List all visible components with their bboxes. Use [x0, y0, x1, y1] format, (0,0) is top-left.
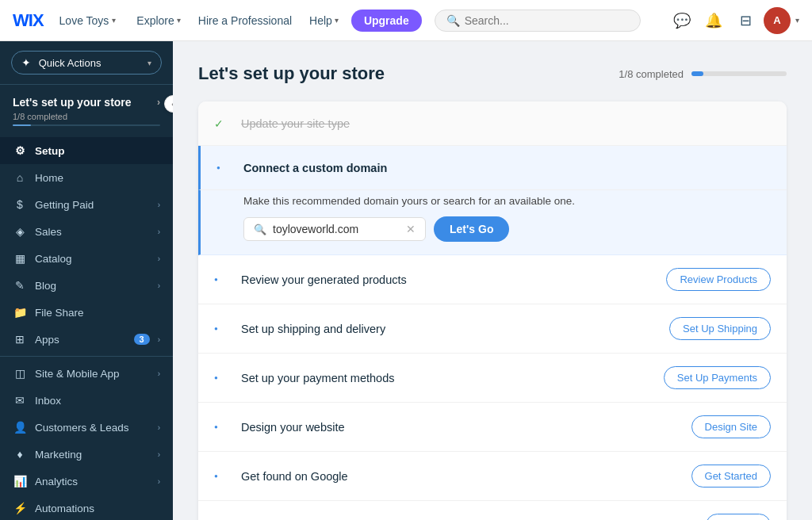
file-share-icon: 📁 [13, 306, 27, 319]
active-bullet-icon: ● [216, 164, 232, 171]
nav-links: Explore ▾ Hire a Professional Help ▾ Upg… [128, 10, 421, 32]
sidebar-item-catalog[interactable]: ▦ Catalog › [0, 245, 173, 272]
explore-chevron-icon: ▾ [177, 16, 181, 25]
quick-actions-chevron-icon: ▾ [147, 59, 151, 67]
home-icon: ⌂ [13, 171, 27, 184]
sidebar-item-label: Site & Mobile App [35, 368, 150, 380]
sidebar-item-label: Marketing [35, 449, 150, 461]
page-header: Let's set up your store 1/8 completed [198, 63, 787, 84]
sidebar-item-label: Setup [35, 145, 160, 157]
star-icon: ✦ [21, 56, 31, 69]
sidebar-item-automations[interactable]: ⚡ Automations [0, 495, 173, 520]
domain-input[interactable] [273, 223, 400, 235]
blog-icon: ✎ [13, 279, 27, 292]
inbox-icon: ✉ [13, 394, 27, 407]
checklist-item-google[interactable]: ● Get found on Google Get Started [198, 452, 787, 501]
mobile-app-lets-go-button[interactable]: Let's Go [706, 514, 771, 520]
review-products-button[interactable]: Review Products [666, 268, 771, 291]
sidebar-divider [0, 356, 173, 357]
sidebar-item-sales[interactable]: ◈ Sales › [0, 218, 173, 245]
messages-icon[interactable]: 💬 [668, 7, 695, 34]
item-label: Set up shipping and delivery [241, 323, 658, 335]
avatar-chevron-icon: ▾ [795, 16, 799, 25]
checklist-item-review-products[interactable]: ● Review your generated products Review … [198, 255, 787, 304]
help-chevron-icon: ▾ [335, 16, 339, 25]
sidebar-item-home[interactable]: ⌂ Home [0, 164, 173, 191]
sidebar-item-analytics[interactable]: 📊 Analytics › [0, 468, 173, 495]
checklist-item-payment[interactable]: ● Set up your payment methods Set Up Pay… [198, 354, 787, 403]
quick-actions-button[interactable]: ✦ Quick Actions ▾ [11, 51, 162, 75]
checklist-item-shipping[interactable]: ● Set up shipping and delivery Set Up Sh… [198, 304, 787, 354]
nav-right-actions: 💬 🔔 ⊟ A ▾ [668, 7, 799, 34]
search-input[interactable] [465, 14, 629, 27]
site-mobile-chevron-icon: › [158, 369, 160, 378]
site-mobile-icon: ◫ [13, 367, 27, 380]
sidebar-item-blog[interactable]: ✎ Blog › [0, 272, 173, 299]
upgrade-button[interactable]: Upgrade [351, 10, 422, 32]
checklist-item-custom-domain[interactable]: ● Connect a custom domain [198, 146, 787, 190]
marketing-icon: ♦ [13, 448, 27, 461]
checklist-item-design-website[interactable]: ● Design your website Design Site [198, 403, 787, 452]
dashboard-icon[interactable]: ⊟ [732, 7, 759, 34]
page-progress: 1/8 completed [619, 68, 787, 80]
design-site-button[interactable]: Design Site [691, 415, 771, 438]
progress-label: 1/8 completed [619, 68, 684, 80]
sidebar-item-apps[interactable]: ⊞ Apps 3 › [0, 326, 173, 353]
wix-logo: WIX [13, 10, 44, 31]
sidebar: ✦ Quick Actions ▾ Let's set up your stor… [0, 41, 173, 520]
sidebar-item-marketing[interactable]: ♦ Marketing › [0, 441, 173, 468]
domain-section: Make this recommended domain yours or se… [198, 190, 787, 255]
domain-input-row: 🔍 ✕ Let's Go [243, 216, 771, 242]
customers-chevron-icon: › [158, 423, 160, 432]
customers-icon: 👤 [13, 421, 27, 434]
sidebar-nav: ⚙ Setup ⌂ Home $ Getting Paid › ◈ Sales … [0, 132, 173, 520]
apps-icon: ⊞ [13, 333, 27, 346]
domain-clear-button[interactable]: ✕ [406, 223, 416, 235]
sidebar-item-getting-paid[interactable]: $ Getting Paid › [0, 191, 173, 218]
checklist-item-mobile-app[interactable]: ● Get a mobile app for your business Let… [198, 501, 787, 520]
sidebar-item-label: Analytics [35, 476, 150, 488]
hire-professional-link[interactable]: Hire a Professional [190, 10, 300, 32]
sidebar-item-site-mobile[interactable]: ◫ Site & Mobile App › [0, 360, 173, 387]
analytics-icon: 📊 [13, 475, 27, 488]
sidebar-item-inbox[interactable]: ✉ Inbox [0, 387, 173, 414]
search-domain-icon: 🔍 [254, 224, 266, 235]
domain-input-wrap: 🔍 ✕ [243, 217, 426, 241]
pending-bullet-icon: ● [214, 325, 230, 332]
sidebar-item-label: Getting Paid [35, 199, 150, 211]
sidebar-item-label: Automations [35, 503, 160, 514]
brand-menu[interactable]: Love Toys ▾ [53, 11, 123, 30]
sidebar-item-label: Home [35, 172, 160, 184]
apps-badge: 3 [134, 334, 150, 345]
progress-bar [691, 71, 787, 76]
item-label: Review your generated products [241, 273, 655, 286]
top-navigation: WIX Love Toys ▾ Explore ▾ Hire a Profess… [0, 0, 812, 41]
progress-fill [691, 71, 703, 76]
sidebar-item-setup[interactable]: ⚙ Setup [0, 137, 173, 164]
sidebar-item-customers[interactable]: 👤 Customers & Leads › [0, 414, 173, 441]
get-started-button[interactable]: Get Started [691, 465, 771, 488]
main-layout: ✦ Quick Actions ▾ Let's set up your stor… [0, 41, 812, 520]
notifications-icon[interactable]: 🔔 [700, 7, 727, 34]
automations-icon: ⚡ [13, 502, 27, 514]
sidebar-top: ✦ Quick Actions ▾ [0, 41, 173, 85]
explore-menu[interactable]: Explore ▾ [128, 10, 188, 32]
sidebar-item-label: Inbox [35, 395, 160, 407]
store-title-chevron-icon: › [157, 97, 160, 108]
set-up-payments-button[interactable]: Set Up Payments [664, 366, 771, 389]
sidebar-item-file-share[interactable]: 📁 File Share [0, 299, 173, 326]
search-bar[interactable]: 🔍 [435, 10, 641, 32]
sidebar-progress-fill [13, 124, 31, 126]
checklist-item-update-site-type[interactable]: ✓ Update your site type [198, 101, 787, 146]
page-title: Let's set up your store [198, 63, 385, 84]
store-setup-title[interactable]: Let's set up your store › [13, 96, 160, 109]
pending-bullet-icon: ● [214, 472, 230, 480]
set-up-shipping-button[interactable]: Set Up Shipping [669, 317, 771, 340]
help-menu[interactable]: Help ▾ [301, 10, 347, 32]
brand-chevron-icon: ▾ [112, 16, 116, 25]
avatar[interactable]: A [764, 7, 791, 34]
domain-lets-go-button[interactable]: Let's Go [434, 216, 509, 242]
catalog-icon: ▦ [13, 252, 27, 265]
item-label: Set up your payment methods [241, 372, 653, 384]
search-icon: 🔍 [446, 14, 460, 27]
